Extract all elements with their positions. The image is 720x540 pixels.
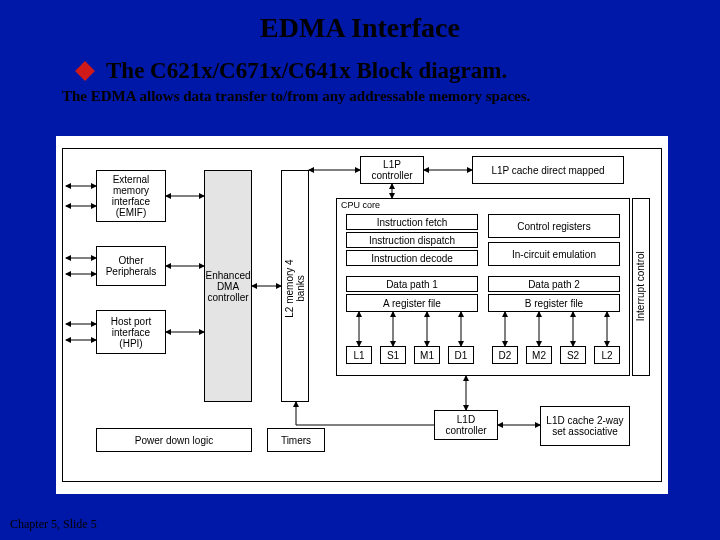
block-diagram: External memory interface (EMIF) Other P… [56,136,668,494]
block-a-register-file: A register file [346,294,478,312]
block-l1-unit: L1 [346,346,372,364]
block-l1p-cache: L1P cache direct mapped [472,156,624,184]
block-power-down-logic: Power down logic [96,428,252,452]
block-timers: Timers [267,428,325,452]
label-interrupt-control: Interrupt control [636,246,647,326]
slide-title: EDMA Interface [0,0,720,44]
block-l1p-controller: L1P controller [360,156,424,184]
block-instruction-dispatch: Instruction dispatch [346,232,478,248]
block-data-path-1: Data path 1 [346,276,478,292]
block-edma: Enhanced DMA controller [204,170,252,402]
label-l2-memory: L2 memory 4 banks [285,256,306,322]
subtitle: The C621x/C671x/C641x Block diagram. [106,58,507,84]
block-m1-unit: M1 [414,346,440,364]
block-d2-unit: D2 [492,346,518,364]
block-m2-unit: M2 [526,346,552,364]
subtitle-row: The C621x/C671x/C641x Block diagram. [78,58,720,84]
block-instruction-decode: Instruction decode [346,250,478,266]
block-b-register-file: B register file [488,294,620,312]
block-in-circuit-emulation: In-circuit emulation [488,242,620,266]
block-l1d-controller: L1D controller [434,410,498,440]
label-cpu-core: CPU core [341,201,380,211]
bullet-icon [75,61,95,81]
block-other-peripherals: Other Peripherals [96,246,166,286]
block-emif: External memory interface (EMIF) [96,170,166,222]
block-l1d-cache: L1D cache 2-way set associative [540,406,630,446]
block-data-path-2: Data path 2 [488,276,620,292]
block-l2-unit: L2 [594,346,620,364]
block-d1-unit: D1 [448,346,474,364]
block-s1-unit: S1 [380,346,406,364]
block-control-registers: Control registers [488,214,620,238]
footer: Chapter 5, Slide 5 [10,517,97,532]
block-instruction-fetch: Instruction fetch [346,214,478,230]
block-hpi: Host port interface (HPI) [96,310,166,354]
block-s2-unit: S2 [560,346,586,364]
caption: The EDMA allows data transfer to/from an… [62,88,720,105]
